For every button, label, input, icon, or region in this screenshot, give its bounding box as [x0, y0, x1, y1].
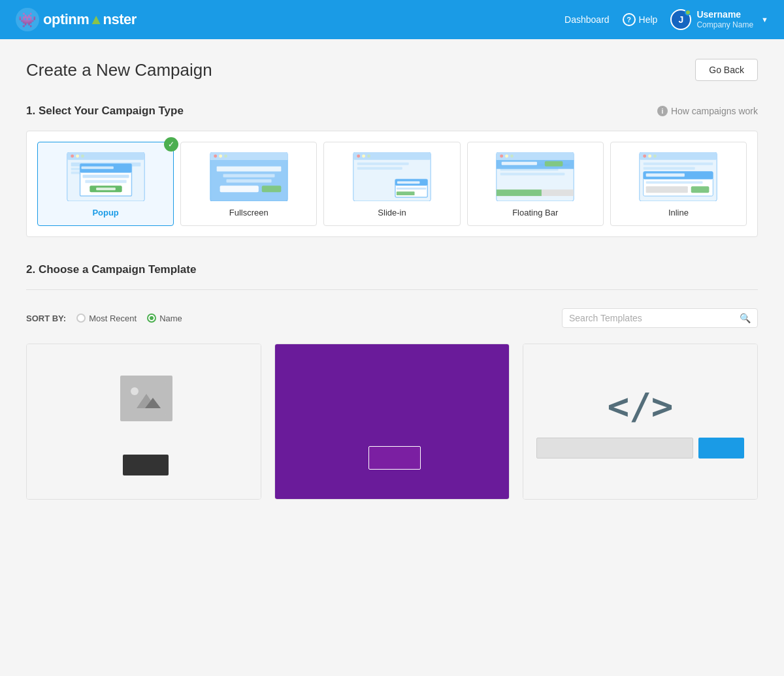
- search-input[interactable]: [569, 313, 736, 323]
- svg-point-6: [81, 154, 84, 157]
- page-title: Create a New Campaign: [26, 60, 212, 80]
- sort-most-recent[interactable]: Most Recent: [76, 314, 137, 323]
- bullseye-btn-preview: [368, 446, 421, 470]
- help-icon: ?: [623, 13, 636, 26]
- go-back-button[interactable]: Go Back: [695, 59, 758, 81]
- logo-icon: 👾: [16, 8, 39, 31]
- template-card-canvas[interactable]: </> Canvas: [523, 344, 758, 500]
- svg-rect-59: [644, 167, 695, 169]
- svg-rect-14: [85, 180, 126, 183]
- inline-icon-area: [619, 150, 738, 202]
- campaign-type-slide-in[interactable]: Slide-in: [323, 142, 460, 226]
- mountain-icon: [127, 382, 166, 415]
- campaign-type-inline[interactable]: Inline: [610, 142, 747, 226]
- svg-point-30: [357, 154, 360, 157]
- svg-point-69: [131, 387, 139, 395]
- svg-text:👾: 👾: [18, 11, 37, 29]
- selected-check-icon: ✓: [164, 137, 178, 152]
- user-company: Company Name: [696, 20, 753, 29]
- inline-preview-svg: [639, 152, 717, 201]
- svg-rect-38: [397, 187, 426, 189]
- slide-in-label: Slide-in: [378, 208, 406, 217]
- campaign-type-popup[interactable]: ✓: [37, 142, 174, 226]
- svg-point-32: [367, 154, 370, 157]
- how-link-text: How campaigns work: [671, 106, 758, 116]
- slide-in-icon-area: [332, 150, 451, 202]
- svg-rect-65: [691, 186, 710, 193]
- svg-rect-25: [226, 179, 271, 182]
- balance-preview: [27, 344, 261, 499]
- svg-point-21: [224, 154, 227, 157]
- user-menu[interactable]: J Username Company Name ▼: [670, 9, 768, 30]
- svg-point-5: [76, 154, 79, 157]
- canvas-bottom: [536, 438, 744, 459]
- section1-title: 1. Select Your Campaign Type: [26, 105, 184, 118]
- popup-icon-area: [46, 150, 165, 202]
- canvas-input-preview: [536, 438, 693, 459]
- help-label: Help: [639, 14, 658, 25]
- balance-content: [115, 373, 172, 451]
- sort-name-label: Name: [159, 314, 182, 323]
- svg-point-55: [644, 154, 647, 157]
- section1-header: 1. Select Your Campaign Type i How campa…: [26, 105, 758, 118]
- sort-most-recent-label: Most Recent: [89, 314, 137, 323]
- online-indicator: [685, 9, 691, 16]
- svg-rect-33: [357, 162, 409, 165]
- svg-rect-16: [96, 187, 116, 190]
- help-area[interactable]: ? Help: [623, 13, 658, 26]
- section-divider: [26, 289, 758, 290]
- logo-text: optinm▲nster: [43, 11, 137, 28]
- floating-bar-preview-svg: [496, 152, 574, 201]
- campaign-type-floating-bar[interactable]: Floating Bar: [467, 142, 604, 226]
- svg-rect-64: [646, 186, 688, 193]
- chevron-down-icon: ▼: [761, 16, 768, 24]
- navbar-right: Dashboard ? Help J Username Company Name…: [564, 9, 768, 30]
- svg-rect-13: [82, 174, 129, 178]
- balance-btn-preview: [123, 455, 169, 475]
- sort-most-recent-radio[interactable]: [76, 314, 86, 323]
- svg-rect-49: [502, 161, 537, 165]
- floating-bar-icon-area: [476, 150, 595, 202]
- fullscreen-icon-area: [189, 150, 308, 202]
- svg-rect-50: [545, 161, 563, 166]
- canvas-preview: </>: [523, 344, 757, 499]
- dashboard-link[interactable]: Dashboard: [564, 14, 610, 25]
- svg-rect-34: [357, 167, 402, 169]
- template-grid: Balance Bullseye </>: [26, 344, 758, 500]
- balance-image: [120, 376, 172, 421]
- svg-point-31: [362, 154, 365, 157]
- svg-point-4: [71, 154, 74, 157]
- canvas-btn-preview: [698, 438, 744, 459]
- sort-name[interactable]: Name: [147, 314, 182, 323]
- bullseye-template-name: Bullseye: [275, 499, 509, 500]
- campaign-types-row: ✓: [26, 131, 758, 237]
- svg-point-43: [505, 154, 508, 157]
- svg-rect-24: [223, 174, 274, 177]
- svg-point-42: [500, 154, 503, 157]
- template-card-balance[interactable]: Balance: [26, 344, 261, 500]
- svg-point-20: [219, 154, 222, 157]
- svg-rect-39: [397, 191, 415, 195]
- svg-rect-52: [497, 189, 542, 196]
- navbar: 👾 optinm▲nster Dashboard ? Help J Userna…: [0, 0, 784, 39]
- sort-name-radio[interactable]: [147, 314, 156, 323]
- search-box[interactable]: 🔍: [562, 308, 758, 328]
- how-campaigns-work-link[interactable]: i How campaigns work: [657, 106, 758, 116]
- svg-point-19: [214, 154, 217, 157]
- campaign-type-fullscreen[interactable]: Fullscreen: [180, 142, 317, 226]
- code-icon: </>: [607, 385, 673, 427]
- fullscreen-preview-svg: [210, 152, 288, 201]
- logo[interactable]: 👾 optinm▲nster: [16, 8, 137, 31]
- balance-template-name: Balance: [27, 499, 261, 500]
- user-info: Username Company Name: [696, 9, 753, 29]
- template-card-bullseye[interactable]: Bullseye: [274, 344, 510, 500]
- svg-rect-26: [220, 185, 258, 192]
- user-name: Username: [696, 9, 753, 20]
- sort-row: SORT BY: Most Recent Name 🔍: [26, 308, 758, 328]
- canvas-template-name: Canvas: [523, 499, 757, 500]
- balance-bottom: [119, 455, 169, 475]
- fullscreen-label: Fullscreen: [229, 208, 269, 217]
- svg-rect-62: [646, 173, 685, 176]
- avatar: J: [670, 9, 691, 30]
- bullseye-preview: [275, 344, 509, 499]
